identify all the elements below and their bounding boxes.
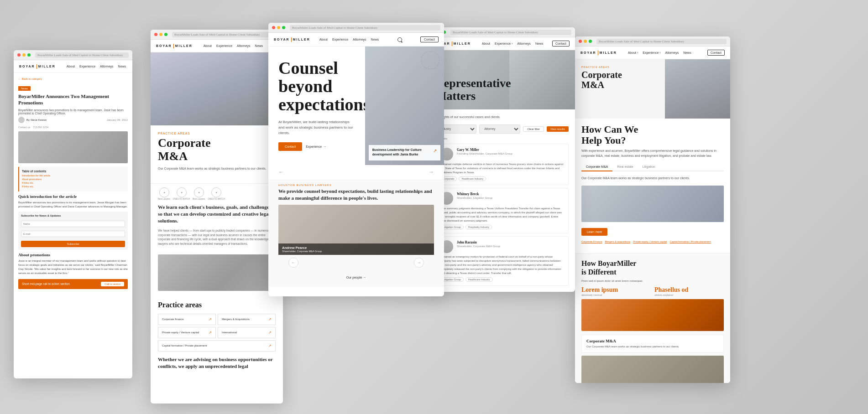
tag-hospitality[interactable]: Hospitality Industry <box>465 225 492 229</box>
nav-attorneys[interactable]: Attorneys <box>237 44 251 47</box>
maximize-dot[interactable] <box>164 33 167 36</box>
logo[interactable]: BOYAR MILLER <box>274 37 310 42</box>
next-attorney-button[interactable]: → <box>414 258 424 268</box>
nav-news[interactable]: News <box>535 42 544 45</box>
hero-nav-about[interactable]: About <box>319 38 328 41</box>
nav-about[interactable]: About › <box>628 51 638 54</box>
logo[interactable]: BOYAR MILLER <box>19 64 56 69</box>
hero-nav-links: About Experience Attorneys News <box>319 38 379 41</box>
tab-real-estate[interactable]: Real estate <box>612 163 638 171</box>
maximize-dot[interactable] <box>27 53 31 57</box>
toc-item-4[interactable]: If links etc. <box>22 185 125 188</box>
our-people-link: Our people → <box>278 272 434 280</box>
logo[interactable]: BOYAR MILLER <box>156 44 193 48</box>
hero-nav-contact-button[interactable]: Contact <box>420 36 439 42</box>
our-people-text[interactable]: Our people → <box>346 276 366 279</box>
tab-litigation[interactable]: Litigation <box>638 163 660 171</box>
subscribe-name-input[interactable] <box>21 221 125 227</box>
link-capital[interactable]: Capital formation / Private placement <box>670 240 711 243</box>
provide-label: Houston Business Lawyers <box>278 184 434 186</box>
practice-area-corporate-finance[interactable]: Corporate finance ↗ <box>158 314 216 325</box>
close-dot[interactable] <box>579 40 582 43</box>
maximize-dot[interactable] <box>589 40 592 43</box>
minimize-dot[interactable] <box>277 26 280 29</box>
hero-text: Counsel beyond expectations At BoyarMill… <box>268 47 365 165</box>
tab-corporate-ma[interactable]: Corporate M&A <box>581 163 612 171</box>
contact-phone[interactable]: 713.552.1234 <box>33 126 48 129</box>
carousel-prev-icon[interactable]: ← <box>278 169 284 176</box>
nav-news[interactable]: News <box>118 65 126 68</box>
hero-nav-attorneys[interactable]: Attorneys <box>353 38 366 41</box>
logo-divider-icon <box>173 44 174 48</box>
nav-experience[interactable]: Experience <box>216 44 232 47</box>
hero-experience-button[interactable]: Experience → <box>306 145 326 148</box>
back-link[interactable]: ← Back to category <box>18 78 128 80</box>
nav-contact-button[interactable]: Contact <box>707 50 725 56</box>
how-help-image <box>581 299 724 331</box>
nav-about[interactable]: About <box>482 42 490 45</box>
toc-item-3[interactable]: If links etc. <box>22 181 125 184</box>
attorney-info-whitney: Whitney Breck Shareholder, Litigation Gr… <box>457 192 564 205</box>
logo[interactable]: BOYAR MILLER <box>580 51 617 55</box>
prev-attorney-button[interactable]: ← <box>288 258 298 268</box>
badge-text-4: ONES TO WATCH <box>208 198 225 200</box>
carousel-next-icon[interactable]: → <box>429 169 434 176</box>
browser-bar-attorneys: BoyarMiller Leads Sale of Med Capital to… <box>429 27 575 37</box>
link-mergers[interactable]: Mergers & acquisitions <box>605 240 631 243</box>
nav-experience[interactable]: Experience <box>79 65 95 68</box>
close-dot[interactable] <box>154 33 157 36</box>
badge-circle-4: ★ <box>211 187 221 197</box>
nav-about[interactable]: About <box>204 44 212 47</box>
attorney-card-header-j: John Racusin Shareholder, Corporate M&A … <box>440 240 564 253</box>
nav-attorneys[interactable]: Attorneys <box>100 65 114 68</box>
close-dot[interactable] <box>272 26 275 29</box>
toc-item-1[interactable]: Introduction for the article <box>22 174 125 177</box>
close-dot[interactable] <box>17 53 21 57</box>
badge-text-1: Best Lawyers <box>158 198 170 200</box>
hero-nav-news[interactable]: News <box>371 38 379 41</box>
tag-healthcare-j[interactable]: Healthcare Industry <box>465 277 493 282</box>
maximize-dot[interactable] <box>282 26 285 29</box>
tag-healthcare[interactable]: Healthcare Industry <box>459 176 486 181</box>
nav-attorneys[interactable]: Attorneys <box>517 42 531 45</box>
nav-about[interactable]: About <box>67 65 75 68</box>
url-bar: BoyarMiller Leads Sale of Med Capital to… <box>35 52 129 58</box>
article-window: BoyarMiller Leads Sale of Med Capital to… <box>14 50 132 378</box>
nav-contact-button[interactable]: Contact <box>552 41 570 47</box>
nav-experience[interactable]: Experience › <box>643 51 660 54</box>
hero-nav-experience[interactable]: Experience <box>332 38 348 41</box>
view-results-button[interactable]: View results <box>547 126 569 132</box>
subscribe-email-input[interactable] <box>21 231 125 237</box>
link-corporate-finance[interactable]: Corporate Finance <box>581 240 602 243</box>
minimize-dot[interactable] <box>159 33 162 36</box>
badge-best-lawyers: ★ Best Lawyers <box>158 187 170 200</box>
learn-more-button[interactable]: Learn more <box>581 228 607 236</box>
minimize-dot[interactable] <box>22 53 26 57</box>
article-hero-image <box>18 131 128 163</box>
practice-label: PRACTICE AREAS <box>158 132 276 135</box>
contact-label[interactable]: Contact us <box>18 126 30 129</box>
clear-filter-button[interactable]: Clear filter <box>523 126 544 132</box>
attorney-name-gary: Gary W. Miller <box>457 148 564 152</box>
cta-box: Short mid-page call to action section Ca… <box>18 279 128 289</box>
attorney-body-whitney: Won summary judgment dismissing a Texas … <box>440 207 564 223</box>
how-bm-stats: Lorem ipsum absolutely minimal Phasellus… <box>581 286 724 296</box>
practice-area-capital[interactable]: Capital formation / Private placement ↗ <box>158 340 276 352</box>
toc-item-2[interactable]: About promotions <box>22 178 125 181</box>
attorney-filter[interactable]: Attorney <box>479 124 520 134</box>
subscribe-button[interactable]: Subscribe <box>21 241 125 247</box>
link-private-equity[interactable]: Private equity / Venture capital <box>633 240 667 243</box>
cta-button[interactable]: Call to action <box>101 282 124 286</box>
hero-buttons: Contact Experience → <box>278 142 356 151</box>
practice-area-international[interactable]: International ↗ <box>218 327 276 338</box>
badge-text-2: ONES TO WATCH <box>173 198 190 200</box>
practice-area-private-equity[interactable]: Private equity / Venture capital ↗ <box>158 327 216 338</box>
nav-attorneys[interactable]: Attorneys <box>665 51 679 54</box>
nav-news[interactable]: News <box>255 44 263 47</box>
nav-news[interactable]: News <box>683 51 691 54</box>
nav-experience[interactable]: Experience › <box>495 42 512 45</box>
search-icon[interactable] <box>397 37 402 42</box>
minimize-dot[interactable] <box>584 40 587 43</box>
hero-contact-button[interactable]: Contact <box>278 142 302 151</box>
practice-area-mergers[interactable]: Mergers & Acquisitions ↗ <box>218 314 276 325</box>
